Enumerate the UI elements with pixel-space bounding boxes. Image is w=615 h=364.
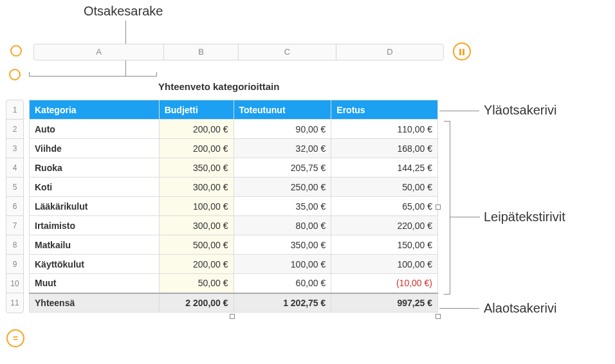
cell-category[interactable]: Auto [30,120,160,139]
cell-category[interactable]: Lääkärikulut [30,197,160,216]
row-head-10[interactable]: 10 [6,274,23,293]
cell-budget[interactable]: 50,00 € [159,274,234,293]
callout-line [450,217,480,217]
table-row[interactable]: Ruoka 350,00 € 205,75 € 144,25 € [30,158,438,177]
cell-actual[interactable]: 80,00 € [234,216,331,235]
selection-handle[interactable] [436,205,441,210]
column-head-d[interactable]: D [336,44,443,60]
cell-diff[interactable]: 144,25 € [331,158,438,177]
add-column-button[interactable] [453,42,471,60]
table-row[interactable]: Viihde 200,00 € 32,00 € 168,00 € [30,139,438,158]
svg-rect-0 [459,49,461,55]
pause-icon [459,48,465,56]
row-head-1[interactable]: 1 [6,100,23,120]
table-corner-icon[interactable] [10,45,22,57]
selection-handle[interactable] [230,314,235,319]
row-ruler[interactable]: 1 2 3 4 5 6 7 8 9 10 11 [6,100,24,313]
cell-category[interactable]: Matkailu [30,235,160,255]
row-head-8[interactable]: 8 [6,235,23,255]
row-head-6[interactable]: 6 [6,197,23,216]
cell-budget[interactable]: 500,00 € [159,235,234,255]
callout-line [439,111,479,111]
header-actual[interactable]: Toteutunut [234,100,331,120]
budget-table[interactable]: Kategoria Budjetti Toteutunut Erotus Aut… [29,100,438,313]
callout-header-column: Otsakesarake [84,4,163,19]
table-row[interactable]: Irtaimisto 300,00 € 80,00 € 220,00 € [30,216,438,235]
cell-diff[interactable]: 150,00 € [331,235,438,255]
cell-budget[interactable]: 200,00 € [159,139,234,158]
cell-diff[interactable]: 168,00 € [331,139,438,158]
cell-actual[interactable]: 250,00 € [234,177,331,197]
callout-line [439,308,479,309]
cell-category[interactable]: Koti [30,177,160,197]
selection-handle[interactable] [436,314,441,319]
footer-actual[interactable]: 1 202,75 € [234,293,331,313]
table-footer-row[interactable]: Yhteensä 2 200,00 € 1 202,75 € 997,25 € [30,293,438,313]
svg-rect-1 [463,49,464,55]
header-diff[interactable]: Erotus [331,100,438,120]
callout-footer-row: Alaotsakerivi [484,301,556,316]
row-head-5[interactable]: 5 [6,177,23,197]
table-header-row[interactable]: Kategoria Budjetti Toteutunut Erotus [30,100,438,120]
cell-diff[interactable]: (10,00 €) [331,274,438,293]
cell-diff[interactable]: 110,00 € [331,120,438,139]
cell-category[interactable]: Ruoka [30,158,160,177]
cell-actual[interactable]: 35,00 € [234,197,331,216]
callout-bracket [444,121,450,295]
column-head-a[interactable]: A [34,44,164,60]
row-head-2[interactable]: 2 [6,120,23,139]
row-head-4[interactable]: 4 [6,158,23,177]
table-row[interactable]: Koti 300,00 € 250,00 € 50,00 € [30,177,438,197]
cell-category[interactable]: Viihde [30,139,160,158]
cell-budget[interactable]: 350,00 € [159,158,234,177]
column-head-b[interactable]: B [164,44,239,60]
row-head-9[interactable]: 9 [6,255,23,274]
footer-budget[interactable]: 2 200,00 € [159,293,234,313]
callout-body-rows: Leipätekstirivit [484,210,565,224]
table-row[interactable]: Muut 50,00 € 60,00 € (10,00 €) [30,274,438,293]
cell-actual[interactable]: 100,00 € [234,255,331,274]
table-row[interactable]: Matkailu 500,00 € 350,00 € 150,00 € [30,235,438,255]
row-head-3[interactable]: 3 [6,139,23,158]
cell-actual[interactable]: 32,00 € [234,139,331,158]
table-row[interactable]: Auto 200,00 € 90,00 € 110,00 € [30,120,438,139]
callout-header-row: Yläotsakerivi [484,103,556,118]
row-ruler-handle[interactable] [9,69,21,80]
cell-category[interactable]: Muut [30,274,160,293]
header-category[interactable]: Kategoria [30,100,160,120]
cell-actual[interactable]: 60,00 € [234,274,331,293]
header-budget[interactable]: Budjetti [159,100,234,120]
cell-budget[interactable]: 300,00 € [159,216,234,235]
callout-bracket [29,76,156,81]
cell-category[interactable]: Käyttökulut [30,255,160,274]
cell-budget[interactable]: 200,00 € [159,255,234,274]
cell-actual[interactable]: 205,75 € [234,158,331,177]
cell-diff[interactable]: 50,00 € [331,177,438,197]
cell-actual[interactable]: 90,00 € [234,120,331,139]
callout-tick [156,72,157,77]
cell-budget[interactable]: 100,00 € [159,197,234,216]
table-row[interactable]: Lääkärikulut 100,00 € 35,00 € 65,00 € [30,197,438,216]
footer-diff[interactable]: 997,25 € [331,293,438,313]
footer-label[interactable]: Yhteensä [30,293,160,313]
cell-diff[interactable]: 65,00 € [331,197,438,216]
row-head-11[interactable]: 11 [6,293,23,313]
add-row-button[interactable]: = [6,329,24,347]
table-row[interactable]: Käyttökulut 200,00 € 100,00 € 100,00 € [30,255,438,274]
callout-tick [29,72,30,77]
cell-actual[interactable]: 350,00 € [234,235,331,255]
cell-diff[interactable]: 100,00 € [331,255,438,274]
cell-category[interactable]: Irtaimisto [30,216,160,235]
column-head-c[interactable]: C [239,44,336,60]
row-head-7[interactable]: 7 [6,216,23,235]
table-title[interactable]: Yhteenveto kategorioittain [158,81,279,96]
cell-budget[interactable]: 300,00 € [159,177,234,197]
column-ruler[interactable]: A B C D [33,44,444,60]
cell-budget[interactable]: 200,00 € [159,120,234,139]
cell-diff[interactable]: 220,00 € [331,216,438,235]
